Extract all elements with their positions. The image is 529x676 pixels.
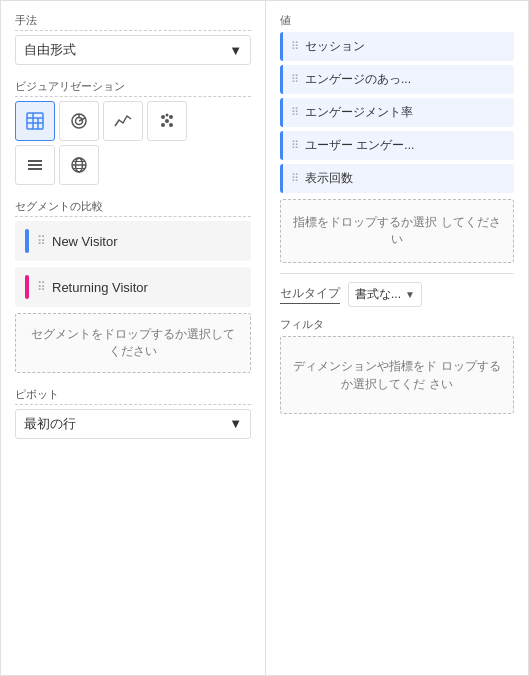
cell-type-value: 書式な... — [355, 286, 401, 303]
svg-point-9 — [161, 115, 165, 119]
value-drag-dots-5: ⠿ — [291, 172, 299, 185]
segment-returning-visitor[interactable]: ⠿ Returning Visitor — [15, 267, 251, 307]
value-drop-zone[interactable]: 指標をドロップするか選択 してください — [280, 199, 514, 263]
value-drag-dots-1: ⠿ — [291, 40, 299, 53]
segment-drag-dots: ⠿ — [37, 234, 46, 248]
method-value: 自由形式 — [24, 41, 76, 59]
segment-bar-pink — [25, 275, 29, 299]
svg-point-10 — [169, 115, 173, 119]
filter-section: フィルタ ディメンションや指標をド ロップするか選択してくだ さい — [280, 317, 514, 414]
viz-pie-button[interactable] — [59, 101, 99, 141]
value-item-views[interactable]: ⠿ 表示回数 — [280, 164, 514, 193]
line-icon — [113, 111, 133, 131]
pivot-label: ピボット — [15, 387, 251, 405]
segment-bar-blue — [25, 229, 29, 253]
value-item-session[interactable]: ⠿ セッション — [280, 32, 514, 61]
segments-label: セグメントの比較 — [15, 199, 251, 217]
cell-type-row: セルタイプ 書式な... ▼ — [280, 273, 514, 307]
values-section: 値 ⠿ セッション ⠿ エンゲージのあっ... ⠿ エンゲージメント率 ⠿ ユー… — [280, 13, 514, 263]
cell-type-label: セルタイプ — [280, 285, 340, 304]
viz-grid — [15, 101, 251, 185]
value-item-engagement-rate[interactable]: ⠿ エンゲージメント率 — [280, 98, 514, 127]
pivot-chevron-icon: ▼ — [229, 416, 242, 431]
pivot-select[interactable]: 最初の行 ▼ — [15, 409, 251, 439]
cell-type-chevron-icon: ▼ — [405, 289, 415, 300]
segment-drop-zone[interactable]: セグメントをドロップするか選択してください — [15, 313, 251, 373]
method-select[interactable]: 自由形式 ▼ — [15, 35, 251, 65]
filter-label: フィルタ — [280, 317, 514, 332]
segment-new-visitor[interactable]: ⠿ New Visitor — [15, 221, 251, 261]
svg-point-14 — [166, 114, 169, 117]
svg-point-13 — [165, 119, 169, 123]
scatter-icon — [157, 111, 177, 131]
viz-line-button[interactable] — [103, 101, 143, 141]
pivot-value: 最初の行 — [24, 415, 76, 433]
svg-point-11 — [161, 123, 165, 127]
list-icon — [25, 155, 45, 175]
viz-scatter-button[interactable] — [147, 101, 187, 141]
segment-new-visitor-label: New Visitor — [52, 234, 118, 249]
value-drag-dots-3: ⠿ — [291, 106, 299, 119]
values-label: 値 — [280, 13, 514, 28]
viz-section: ビジュアリゼーション — [15, 79, 251, 185]
table-icon — [25, 111, 45, 131]
segments-section: セグメントの比較 ⠿ New Visitor ⠿ Returning Visit… — [15, 199, 251, 373]
pivot-section: ピボット 最初の行 ▼ — [15, 387, 251, 439]
pie-icon — [69, 111, 89, 131]
method-label: 手法 — [15, 13, 251, 31]
segment-returning-visitor-label: Returning Visitor — [52, 280, 148, 295]
viz-list-button[interactable] — [15, 145, 55, 185]
filter-drop-zone[interactable]: ディメンションや指標をド ロップするか選択してくだ さい — [280, 336, 514, 414]
main-container: 手法 自由形式 ▼ ビジュアリゼーション — [0, 0, 529, 676]
value-item-user-engagement[interactable]: ⠿ ユーザー エンゲー... — [280, 131, 514, 160]
globe-icon — [69, 155, 89, 175]
method-chevron-icon: ▼ — [229, 43, 242, 58]
viz-table-button[interactable] — [15, 101, 55, 141]
viz-globe-button[interactable] — [59, 145, 99, 185]
right-panel: 値 ⠿ セッション ⠿ エンゲージのあっ... ⠿ エンゲージメント率 ⠿ ユー… — [266, 1, 528, 675]
svg-point-12 — [169, 123, 173, 127]
value-drag-dots-2: ⠿ — [291, 73, 299, 86]
left-panel: 手法 自由形式 ▼ ビジュアリゼーション — [1, 1, 266, 675]
method-section: 手法 自由形式 ▼ — [15, 13, 251, 65]
value-item-engagement-occ[interactable]: ⠿ エンゲージのあっ... — [280, 65, 514, 94]
cell-type-select[interactable]: 書式な... ▼ — [348, 282, 422, 307]
value-drag-dots-4: ⠿ — [291, 139, 299, 152]
value-list: ⠿ セッション ⠿ エンゲージのあっ... ⠿ エンゲージメント率 ⠿ ユーザー… — [280, 32, 514, 193]
svg-rect-0 — [27, 113, 43, 129]
viz-label: ビジュアリゼーション — [15, 79, 251, 97]
segment-drag-dots-2: ⠿ — [37, 280, 46, 294]
